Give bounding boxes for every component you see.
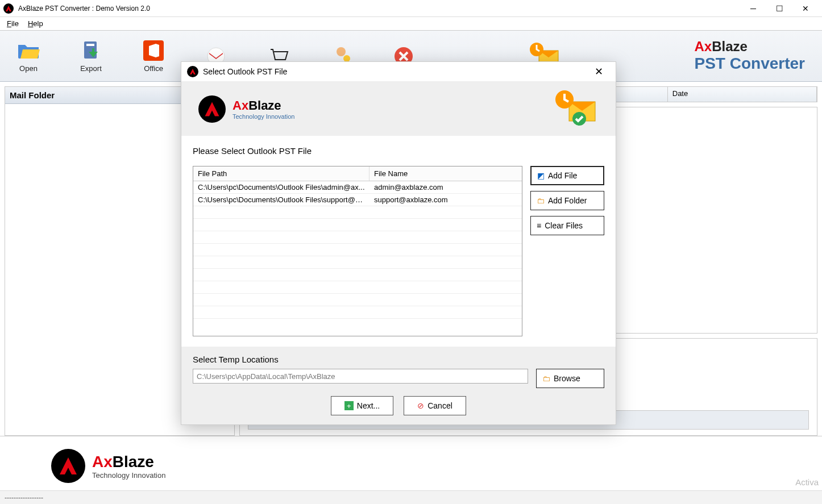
svg-point-7	[343, 55, 350, 62]
add-folder-button[interactable]: 🗀 Add Folder	[530, 191, 604, 210]
menubar: File Help	[0, 17, 822, 31]
browse-button[interactable]: 🗀 Browse	[536, 369, 604, 388]
banner-mail-icon	[552, 88, 599, 130]
folder-icon: 🗀	[542, 374, 550, 383]
office365-button[interactable]: Office	[142, 39, 165, 73]
svg-point-6	[337, 47, 346, 56]
open-label: Open	[19, 64, 38, 73]
status-text: -----------------	[5, 494, 43, 502]
dialog-banner: AxBlaze Technology Innovation	[181, 82, 616, 136]
file-grid[interactable]: File Path File Name C:\Users\pc\Document…	[193, 166, 522, 336]
folder-icon: 🗀	[537, 196, 545, 205]
open-button[interactable]: Open	[17, 39, 40, 73]
maximize-button[interactable]: ☐	[766, 0, 792, 17]
window-title: AxBlaze PST Converter : Demo Version 2.0	[18, 5, 150, 13]
dialog-title: Select Outlook PST File	[203, 67, 287, 76]
dialog-app-icon	[187, 66, 198, 77]
svg-rect-1	[86, 44, 94, 46]
temp-location-label: Select Temp Locations	[193, 355, 604, 364]
dialog-close-button[interactable]: ✕	[587, 65, 610, 78]
cancel-button[interactable]: ⊘ Cancel	[404, 396, 466, 415]
clear-files-button[interactable]: ≡ Clear Files	[530, 216, 604, 235]
file-row[interactable]: C:\Users\pc\Documents\Outlook Files\supp…	[193, 194, 522, 206]
titlebar: AxBlaze PST Converter : Demo Version 2.0…	[0, 0, 822, 17]
minimize-button[interactable]: ─	[740, 0, 766, 17]
add-file-button[interactable]: ◩ Add File	[530, 166, 604, 185]
outlook-file-icon: ◩	[537, 171, 545, 180]
close-button[interactable]: ✕	[792, 0, 819, 17]
office-label: Office	[144, 64, 163, 73]
status-bar: -----------------	[0, 490, 822, 504]
plus-icon: +	[344, 401, 354, 410]
col-file-path[interactable]: File Path	[193, 166, 370, 181]
footer-logo: AxBlaze Technology Innovation	[51, 449, 165, 483]
export-button[interactable]: Export	[80, 39, 102, 73]
export-label: Export	[80, 64, 102, 73]
menu-help[interactable]: Help	[28, 19, 43, 28]
brand-header: AxBlaze PST Converter	[695, 39, 806, 73]
app-icon	[3, 3, 14, 14]
clear-icon: ≡	[537, 221, 541, 230]
temp-path-input[interactable]	[193, 369, 528, 384]
date-column[interactable]: Date	[668, 87, 817, 102]
select-pst-dialog: Select Outlook PST File ✕ AxBlaze Techno…	[181, 61, 616, 425]
footer: AxBlaze Technology Innovation ----------…	[0, 436, 822, 504]
cancel-icon: ⊘	[417, 401, 424, 410]
menu-file[interactable]: File	[7, 19, 19, 28]
col-file-name[interactable]: File Name	[370, 166, 522, 181]
dialog-prompt: Please Select Outlook PST File	[193, 146, 604, 156]
folder-open-icon	[17, 39, 40, 62]
office-icon	[142, 39, 165, 62]
dialog-titlebar: Select Outlook PST File ✕	[181, 62, 616, 82]
export-icon	[80, 39, 102, 62]
next-button[interactable]: + Next...	[331, 396, 393, 415]
file-row[interactable]: C:\Users\pc\Documents\Outlook Files\admi…	[193, 181, 522, 194]
activation-watermark: Activa	[795, 477, 819, 487]
